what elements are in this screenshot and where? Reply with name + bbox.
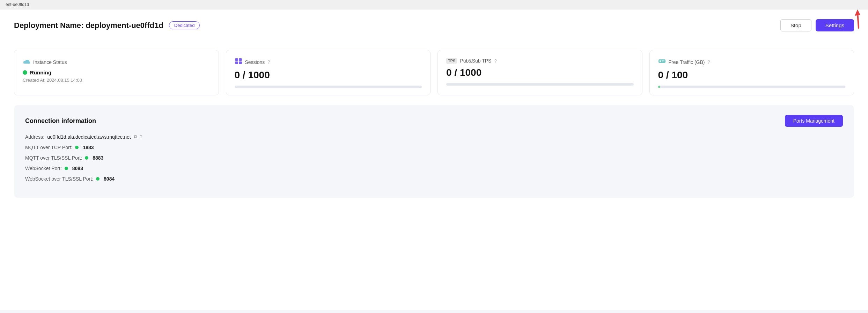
websocket-value: 8083 (72, 166, 83, 171)
websocket-tls-dot (96, 177, 100, 181)
tps-value: 0 / 1000 (446, 67, 634, 78)
tps-progress-bg (446, 83, 634, 86)
mqtt-tcp-label: MQTT over TCP Port: (25, 145, 72, 150)
card-header-instance: Instance Status (23, 58, 210, 66)
browser-tab: ent-ue0ffd1d (0, 0, 868, 9)
sessions-progress-bg (235, 86, 422, 88)
svg-rect-5 (23, 62, 30, 64)
ports-management-button[interactable]: Ports Management (785, 115, 843, 127)
tps-card: TPS Pub&Sub TPS ? 0 / 1000 (437, 50, 642, 95)
connection-header: Connection information Ports Management (25, 115, 843, 127)
svg-marker-1 (855, 9, 860, 16)
mqtt-tcp-row: MQTT over TCP Port: 1883 (25, 145, 843, 150)
tps-icon: TPS (446, 58, 457, 64)
page-header: Deployment Name: deployment-ue0ffd1d Ded… (0, 9, 868, 40)
arrow-indicator (839, 9, 860, 30)
websocket-dot (65, 167, 68, 170)
address-value: ue0ffd1d.ala.dedicated.aws.mqttce.net (47, 134, 131, 140)
page-title: Deployment Name: deployment-ue0ffd1d (14, 21, 163, 30)
copy-address-icon[interactable]: ⧉ (134, 134, 137, 140)
running-label: Running (30, 70, 51, 75)
dedicated-badge: Dedicated (169, 21, 200, 29)
mqtt-tls-row: MQTT over TLS/SSL Port: 8883 (25, 155, 843, 161)
connection-title: Connection information (25, 117, 96, 125)
traffic-progress-fill (658, 86, 660, 88)
card-header-traffic: Free Traffic (GB) ? (658, 58, 846, 66)
svg-rect-12 (662, 60, 664, 61)
svg-rect-9 (239, 61, 242, 64)
svg-rect-8 (235, 61, 238, 64)
running-status-row: Running (23, 70, 210, 75)
websocket-label: WebSocket Port: (25, 166, 62, 171)
websocket-tls-row: WebSocket over TLS/SSL Port: 8084 (25, 176, 843, 182)
traffic-value: 0 / 100 (658, 70, 846, 81)
created-at: Created At: 2024.08.15 14:00 (23, 78, 210, 83)
mqtt-tcp-dot (75, 146, 79, 149)
sessions-value: 0 / 1000 (235, 70, 422, 81)
mqtt-tls-value: 8883 (93, 155, 103, 161)
traffic-help-icon[interactable]: ? (707, 59, 710, 65)
websocket-tls-label: WebSocket over TLS/SSL Port: (25, 176, 93, 182)
instance-status-label: Instance Status (33, 59, 67, 65)
sessions-card: Sessions ? 0 / 1000 (226, 50, 431, 95)
tps-help-icon[interactable]: ? (494, 58, 496, 64)
traffic-progress-bg (658, 86, 846, 88)
traffic-card: Free Traffic (GB) ? 0 / 100 (649, 50, 854, 95)
websocket-tls-value: 8084 (104, 176, 115, 182)
svg-rect-6 (235, 58, 238, 61)
sessions-label: Sessions (245, 59, 265, 65)
sessions-help-icon[interactable]: ? (267, 59, 270, 65)
card-header-sessions: Sessions ? (235, 58, 422, 66)
mqtt-tls-label: MQTT over TLS/SSL Port: (25, 155, 82, 161)
cards-row: Instance Status Running Created At: 2024… (0, 40, 868, 105)
tps-label: Pub&Sub TPS (460, 58, 491, 64)
header-left: Deployment Name: deployment-ue0ffd1d Ded… (14, 21, 200, 30)
traffic-icon (658, 58, 666, 66)
sessions-icon (235, 58, 242, 66)
card-header-tps: TPS Pub&Sub TPS ? (446, 58, 634, 64)
address-label: Address: (25, 134, 44, 140)
mqtt-tcp-value: 1883 (83, 145, 94, 150)
svg-rect-13 (662, 61, 663, 62)
instance-status-card: Instance Status Running Created At: 2024… (14, 50, 219, 95)
stop-button[interactable]: Stop (780, 19, 811, 31)
svg-rect-7 (239, 58, 242, 61)
svg-rect-11 (660, 60, 661, 62)
header-right: Stop Settings (780, 19, 854, 31)
address-help-icon[interactable]: ? (140, 134, 142, 139)
traffic-label: Free Traffic (GB) (669, 59, 705, 65)
mqtt-tls-dot (85, 156, 88, 160)
running-dot (23, 70, 27, 75)
address-row: Address: ue0ffd1d.ala.dedicated.aws.mqtt… (25, 134, 843, 140)
cloud-icon (23, 58, 30, 66)
connection-section: Connection information Ports Management … (14, 105, 854, 198)
websocket-row: WebSocket Port: 8083 (25, 166, 843, 171)
